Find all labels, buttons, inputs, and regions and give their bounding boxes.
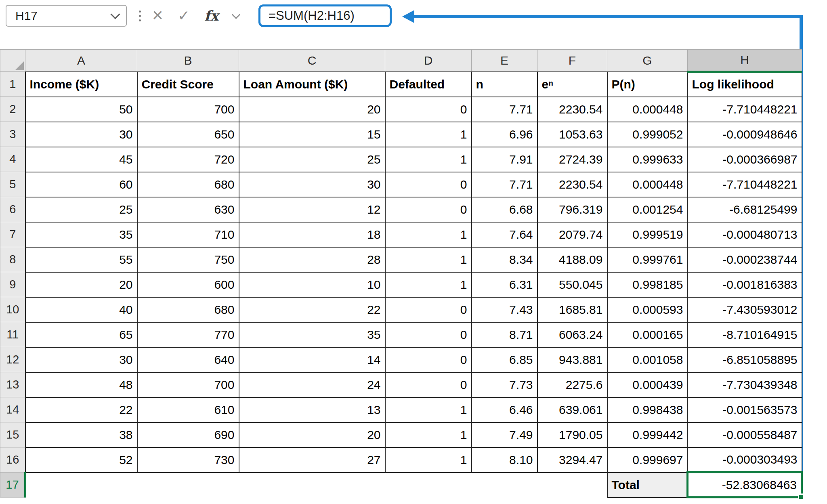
expand-formula-bar-icon[interactable] bbox=[232, 10, 240, 19]
cell-b1[interactable]: Credit Score bbox=[137, 72, 239, 97]
cell-g12[interactable]: 0.001058 bbox=[607, 347, 688, 372]
cell-d17[interactable] bbox=[385, 472, 472, 498]
cell-f14[interactable]: 639.061 bbox=[537, 397, 607, 422]
cell-c10[interactable]: 22 bbox=[239, 297, 385, 322]
cell-c8[interactable]: 28 bbox=[239, 247, 385, 272]
cell-b15[interactable]: 690 bbox=[137, 422, 239, 447]
cell-e3[interactable]: 6.96 bbox=[472, 122, 537, 147]
cell-f16[interactable]: 3294.47 bbox=[537, 447, 607, 472]
cell-a6[interactable]: 25 bbox=[25, 197, 137, 222]
cell-d5[interactable]: 0 bbox=[385, 172, 472, 197]
select-all-corner[interactable] bbox=[0, 50, 25, 72]
cell-a2[interactable]: 50 bbox=[25, 97, 137, 122]
column-header-e[interactable]: E bbox=[472, 50, 537, 72]
name-box[interactable]: H17 bbox=[6, 5, 127, 27]
cell-h15[interactable]: -0.000558487 bbox=[688, 422, 802, 447]
row-header-12[interactable]: 12 bbox=[0, 347, 25, 372]
cell-h6[interactable]: -6.68125499 bbox=[688, 197, 802, 222]
cell-d4[interactable]: 1 bbox=[385, 147, 472, 172]
cell-d7[interactable]: 1 bbox=[385, 222, 472, 247]
cell-g16[interactable]: 0.999697 bbox=[607, 447, 688, 472]
cell-d10[interactable]: 0 bbox=[385, 297, 472, 322]
cell-a16[interactable]: 52 bbox=[25, 447, 137, 472]
cell-h12[interactable]: -6.851058895 bbox=[688, 347, 802, 372]
row-header-3[interactable]: 3 bbox=[0, 122, 25, 147]
cell-h7[interactable]: -0.000480713 bbox=[688, 222, 802, 247]
cell-g4[interactable]: 0.999633 bbox=[607, 147, 688, 172]
cell-a1[interactable]: Income ($K) bbox=[25, 72, 137, 97]
cell-h14[interactable]: -0.001563573 bbox=[688, 397, 802, 422]
row-header-9[interactable]: 9 bbox=[0, 272, 25, 297]
cell-e10[interactable]: 7.43 bbox=[472, 297, 537, 322]
cell-e13[interactable]: 7.73 bbox=[472, 372, 537, 397]
cell-c5[interactable]: 30 bbox=[239, 172, 385, 197]
cell-e8[interactable]: 8.34 bbox=[472, 247, 537, 272]
cell-g8[interactable]: 0.999761 bbox=[607, 247, 688, 272]
cell-e5[interactable]: 7.71 bbox=[472, 172, 537, 197]
cell-f12[interactable]: 943.881 bbox=[537, 347, 607, 372]
row-header-11[interactable]: 11 bbox=[0, 322, 25, 347]
cell-a17[interactable] bbox=[25, 472, 137, 498]
cell-e7[interactable]: 7.64 bbox=[472, 222, 537, 247]
cell-d6[interactable]: 0 bbox=[385, 197, 472, 222]
cell-e14[interactable]: 6.46 bbox=[472, 397, 537, 422]
cell-f3[interactable]: 1053.63 bbox=[537, 122, 607, 147]
cell-e15[interactable]: 7.49 bbox=[472, 422, 537, 447]
cell-a13[interactable]: 48 bbox=[25, 372, 137, 397]
cell-c16[interactable]: 27 bbox=[239, 447, 385, 472]
cell-c9[interactable]: 10 bbox=[239, 272, 385, 297]
cell-c17[interactable] bbox=[239, 472, 385, 498]
cell-g10[interactable]: 0.000593 bbox=[607, 297, 688, 322]
row-header-15[interactable]: 15 bbox=[0, 422, 25, 447]
cell-e4[interactable]: 7.91 bbox=[472, 147, 537, 172]
cell-f2[interactable]: 2230.54 bbox=[537, 97, 607, 122]
cell-b12[interactable]: 640 bbox=[137, 347, 239, 372]
row-header-5[interactable]: 5 bbox=[0, 172, 25, 197]
cell-h4[interactable]: -0.000366987 bbox=[688, 147, 802, 172]
cell-h17[interactable]: -52.83068463 bbox=[688, 472, 802, 498]
cell-d13[interactable]: 0 bbox=[385, 372, 472, 397]
row-header-16[interactable]: 16 bbox=[0, 447, 25, 472]
cell-g9[interactable]: 0.998185 bbox=[607, 272, 688, 297]
cell-f13[interactable]: 2275.6 bbox=[537, 372, 607, 397]
cell-f11[interactable]: 6063.24 bbox=[537, 322, 607, 347]
column-header-f[interactable]: F bbox=[537, 50, 607, 72]
cell-b16[interactable]: 730 bbox=[137, 447, 239, 472]
cell-g6[interactable]: 0.001254 bbox=[607, 197, 688, 222]
cell-h1[interactable]: Log likelihood bbox=[688, 72, 802, 97]
cell-b7[interactable]: 710 bbox=[137, 222, 239, 247]
row-header-2[interactable]: 2 bbox=[0, 97, 25, 122]
cell-d14[interactable]: 1 bbox=[385, 397, 472, 422]
cell-g15[interactable]: 0.999442 bbox=[607, 422, 688, 447]
cell-a12[interactable]: 30 bbox=[25, 347, 137, 372]
cell-b2[interactable]: 700 bbox=[137, 97, 239, 122]
cell-b5[interactable]: 680 bbox=[137, 172, 239, 197]
cell-f15[interactable]: 1790.05 bbox=[537, 422, 607, 447]
cell-b17[interactable] bbox=[137, 472, 239, 498]
cell-d15[interactable]: 1 bbox=[385, 422, 472, 447]
cancel-icon[interactable]: × bbox=[152, 6, 163, 24]
cell-h9[interactable]: -0.001816383 bbox=[688, 272, 802, 297]
cell-g7[interactable]: 0.999519 bbox=[607, 222, 688, 247]
cell-c14[interactable]: 13 bbox=[239, 397, 385, 422]
cell-d9[interactable]: 1 bbox=[385, 272, 472, 297]
cell-c6[interactable]: 12 bbox=[239, 197, 385, 222]
row-header-4[interactable]: 4 bbox=[0, 147, 25, 172]
cell-f9[interactable]: 550.045 bbox=[537, 272, 607, 297]
cell-g1[interactable]: P(n) bbox=[607, 72, 688, 97]
cell-g11[interactable]: 0.000165 bbox=[607, 322, 688, 347]
chevron-down-icon[interactable] bbox=[110, 9, 120, 19]
cell-f5[interactable]: 2230.54 bbox=[537, 172, 607, 197]
cell-d11[interactable]: 0 bbox=[385, 322, 472, 347]
cell-b4[interactable]: 720 bbox=[137, 147, 239, 172]
cell-d16[interactable]: 1 bbox=[385, 447, 472, 472]
cell-b13[interactable]: 700 bbox=[137, 372, 239, 397]
enter-icon[interactable]: ✓ bbox=[178, 8, 190, 23]
cell-e17[interactable] bbox=[472, 472, 537, 498]
cell-c13[interactable]: 24 bbox=[239, 372, 385, 397]
cell-e12[interactable]: 6.85 bbox=[472, 347, 537, 372]
cell-c3[interactable]: 15 bbox=[239, 122, 385, 147]
cell-h8[interactable]: -0.000238744 bbox=[688, 247, 802, 272]
cell-e16[interactable]: 8.10 bbox=[472, 447, 537, 472]
cell-d12[interactable]: 0 bbox=[385, 347, 472, 372]
